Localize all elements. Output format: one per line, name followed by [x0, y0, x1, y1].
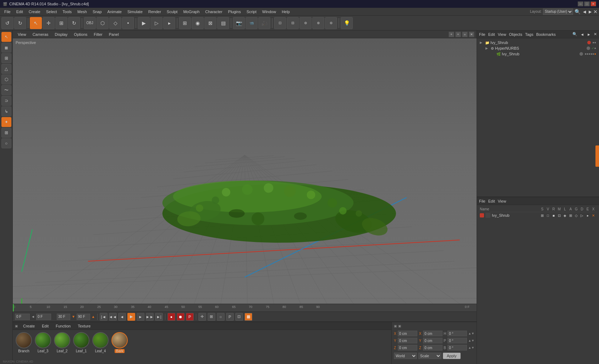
b-rot-input[interactable] [447, 345, 467, 351]
snap-3[interactable]: ⊚ [300, 17, 312, 29]
grid-display[interactable]: ⊞ [179, 17, 191, 29]
tool-circle[interactable]: ○ [1, 138, 11, 148]
camera-1[interactable]: 📷 [233, 17, 245, 29]
camera-3[interactable]: 🎥 [258, 17, 270, 29]
h-stepper[interactable]: ▲▼ [468, 332, 474, 335]
prev-frame-button[interactable]: ◄ [118, 313, 126, 321]
tool-nurbs[interactable]: ⊃ [1, 96, 11, 106]
mat-menu-edit[interactable]: Edit [40, 323, 51, 329]
vp-menu-view[interactable]: View [15, 32, 29, 37]
pos-tool-pb[interactable]: P [226, 313, 234, 321]
mat-menu-create[interactable]: Create [21, 323, 37, 329]
redo-button[interactable]: ↻ [14, 17, 26, 29]
tool-spline[interactable]: 〜 [1, 85, 11, 95]
menu-render[interactable]: Render [145, 9, 164, 15]
wireframe-display[interactable]: ⊠ [204, 17, 216, 29]
tool-lock[interactable]: ⊞ [1, 128, 11, 138]
am-menu-view[interactable]: View [498, 199, 506, 203]
scale-tool[interactable]: ⊞ [55, 17, 67, 29]
tree-item-hypernurbs[interactable]: ▶ ⚙ HyperNURBS ✓ ● [478, 45, 598, 51]
scale-tool-pb[interactable]: ⊞ [208, 313, 215, 321]
coord-system-select[interactable]: World Object [394, 353, 417, 359]
viewport-style[interactable]: ▤ [217, 17, 229, 29]
menu-snap[interactable]: Snap [90, 9, 105, 15]
timeline-btn[interactable]: ▦ [244, 313, 252, 321]
light-btn[interactable]: 💡 [341, 17, 353, 29]
menu-simulate[interactable]: Simulate [125, 9, 145, 15]
material-bark[interactable]: Bark [111, 332, 128, 353]
om-menu-view[interactable]: View [498, 32, 506, 37]
mat-menu-function[interactable]: Function [54, 323, 73, 329]
material-branch[interactable]: Branch [16, 332, 32, 353]
material-leaf3[interactable]: Leaf_3 [35, 332, 51, 353]
move-tool[interactable]: ✛ [43, 17, 55, 29]
attr-row-ivy[interactable]: Ivy_Shrub ⊞ □ ■ ⊡ ◈ ⊞ ◇ ▷ ▸ ✕ [478, 212, 598, 219]
snap-4[interactable]: ⊛ [312, 17, 324, 29]
vp-menu-filter[interactable]: Filter [91, 32, 105, 37]
menu-edit[interactable]: Edit [13, 9, 26, 15]
om-search[interactable]: 🔍 [572, 32, 577, 37]
menu-animate[interactable]: Animate [105, 9, 125, 15]
vp-menu-display[interactable]: Display [52, 32, 70, 37]
prev-key-button[interactable]: ◄◄ [109, 313, 117, 321]
end-frame-input[interactable] [77, 314, 90, 320]
menu-select[interactable]: Select [43, 9, 60, 15]
polygon-mode[interactable]: ⬡ [97, 17, 109, 29]
edge-mode[interactable]: ◇ [109, 17, 121, 29]
layout-close[interactable]: ✕ [593, 9, 598, 15]
tree-item-ivy-shrub-child[interactable]: 🌿 Ivy_Shrub ●●●●● ● [478, 51, 598, 57]
y-pos-input[interactable] [398, 338, 417, 343]
vp-menu-panel[interactable]: Panel [106, 32, 122, 37]
mat-menu-texture[interactable]: Texture [76, 323, 93, 329]
apply-button[interactable]: Apply [443, 353, 461, 359]
z-size-input[interactable] [423, 345, 443, 351]
vp-menu-options[interactable]: Options [71, 32, 90, 37]
timeline-ruler[interactable]: 0 5 10 15 20 25 30 35 40 45 50 55 60 65 … [13, 304, 477, 311]
render-button[interactable]: ▶ [138, 17, 150, 29]
next-key-button[interactable]: ►► [146, 313, 154, 321]
om-menu-objects[interactable]: Objects [509, 32, 522, 37]
rotate-tool[interactable]: ↻ [68, 17, 80, 29]
record-active-button[interactable]: ● [167, 313, 175, 321]
menu-create[interactable]: Create [26, 9, 43, 15]
om-collapse[interactable]: ◄ [580, 32, 584, 37]
tool-grid[interactable]: ⊞ [1, 53, 11, 63]
next-frame-button[interactable]: ► [137, 313, 144, 321]
render-active-button[interactable]: ▸ [163, 17, 175, 29]
record-pos-button[interactable]: P [186, 313, 194, 321]
rotate-tool-pb[interactable]: ○ [217, 313, 225, 321]
menu-character[interactable]: Character [202, 9, 225, 15]
menu-script[interactable]: Script [244, 9, 259, 15]
render-region-button[interactable]: ▷ [150, 17, 163, 29]
am-menu-file[interactable]: File [479, 199, 485, 203]
move-tool-pb[interactable]: ✛ [198, 313, 206, 321]
vp-equal[interactable]: = [462, 32, 468, 37]
vp-plus1[interactable]: + [449, 32, 454, 37]
go-end-button[interactable]: ►| [155, 313, 163, 321]
tool-bend[interactable]: ↳ [1, 106, 11, 116]
y-size-input[interactable] [423, 338, 443, 343]
material-leaf4[interactable]: Leaf_4 [92, 332, 109, 353]
om-menu-bookmarks[interactable]: Bookmarks [536, 32, 556, 37]
layout-next[interactable]: ► [588, 9, 593, 15]
material-leaf2[interactable]: Leaf_2 [54, 332, 70, 353]
all-tool-pb[interactable]: ⊡ [235, 313, 243, 321]
om-menu-file[interactable]: File [479, 32, 485, 37]
tool-triangle[interactable]: △ [1, 64, 11, 74]
am-menu-edit[interactable]: Edit [488, 199, 495, 203]
layout-prev[interactable]: ◄ [582, 9, 587, 15]
menu-window[interactable]: Window [259, 9, 279, 15]
x-size-input[interactable] [423, 331, 443, 336]
p-rot-input[interactable] [447, 338, 467, 343]
shaded-display[interactable]: ◉ [192, 17, 204, 29]
menu-help[interactable]: Help [279, 9, 293, 15]
snap-1[interactable]: ⊡ [274, 17, 286, 29]
tool-select[interactable]: ↖ [1, 32, 11, 42]
snap-2[interactable]: ⊟ [287, 17, 299, 29]
x-pos-input[interactable] [398, 331, 417, 336]
play-button[interactable]: ▶ [127, 313, 135, 321]
current-frame-input[interactable] [15, 314, 30, 320]
maximize-button[interactable]: □ [584, 1, 590, 6]
vp-plus2[interactable]: + [455, 32, 461, 37]
camera-2[interactable]: 📹 [246, 17, 258, 29]
